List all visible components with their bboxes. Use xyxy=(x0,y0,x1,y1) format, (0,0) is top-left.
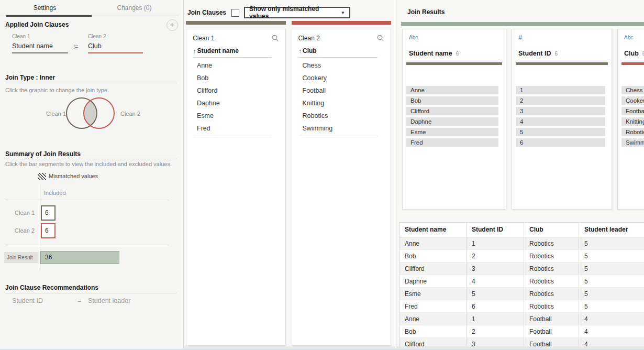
column-source-label: Clean 1 xyxy=(193,35,214,42)
table-cell: 5 xyxy=(579,300,644,312)
profile-value-bar[interactable]: 1 xyxy=(516,86,605,94)
profile-field-name[interactable]: Club xyxy=(624,50,639,57)
clause-value[interactable]: Bob xyxy=(186,72,285,84)
profile-value-bar[interactable]: Cookery xyxy=(621,96,644,105)
profile-field-row: Student ID6 xyxy=(518,48,605,58)
column-values: AnneBobCliffordDaphneEsmeFred xyxy=(186,58,285,136)
settings-tabbar: Settings Changes (0) xyxy=(0,0,179,16)
search-icon[interactable] xyxy=(271,34,279,42)
clause-right-source-label: Clean 2 xyxy=(88,34,106,39)
profile-value-bar[interactable]: Knitting xyxy=(621,117,644,126)
summary-bar-clean2[interactable]: 6 xyxy=(41,223,55,238)
column-values: ChessCookeryFootballKnittingRoboticsSwim… xyxy=(292,58,391,136)
profile-value-bar[interactable]: Bob xyxy=(406,96,498,105)
profile-value-bar[interactable]: 2 xyxy=(516,96,605,105)
settings-panel: Settings Changes (0) Applied Join Clause… xyxy=(0,0,184,350)
join-results-accent-bar xyxy=(401,22,644,26)
string-type-icon[interactable]: Abc xyxy=(409,35,499,41)
clause-value[interactable]: Daphne xyxy=(186,97,285,110)
mismatched-values-swatch xyxy=(38,173,46,180)
summary-hint: Click the bar segments to view the inclu… xyxy=(5,161,172,167)
column-field-header[interactable]: ↑Club xyxy=(292,43,391,57)
profile-card-club: AbcClub6ChessCookeryFootballKnittingRobo… xyxy=(617,29,644,210)
table-cell: 2 xyxy=(467,325,524,337)
table-row: Bob2Football4 xyxy=(399,325,644,338)
summary-bar-clean1[interactable]: 6 xyxy=(41,205,55,221)
clause-value[interactable]: Football xyxy=(292,84,391,97)
clause-value[interactable]: Chess xyxy=(292,59,391,72)
table-cell: Bob xyxy=(399,250,467,262)
clause-value[interactable]: Esme xyxy=(186,110,285,122)
profile-value-bar[interactable]: Swimming xyxy=(621,138,644,147)
profile-field-name[interactable]: Student ID xyxy=(518,50,551,57)
summary-bar-label-clean1: Clean 1 xyxy=(0,210,35,216)
column-card: Clean 1↑Student nameAnneBobCliffordDaphn… xyxy=(186,29,286,346)
table-cell: Robotics xyxy=(524,275,579,287)
profile-value-bar[interactable]: 3 xyxy=(516,107,605,115)
profile-value-bar[interactable]: Football xyxy=(621,107,644,115)
add-join-clause-button[interactable]: + xyxy=(166,19,178,31)
profile-value-bar[interactable]: Daphne xyxy=(406,117,498,126)
mismatched-filter-dropdown[interactable]: Show only mismatched values ▼ xyxy=(244,7,350,18)
table-cell: Robotics xyxy=(524,262,579,275)
table-cell: 4 xyxy=(579,313,644,325)
clause-value[interactable]: Cookery xyxy=(292,72,391,84)
profile-value-bar[interactable]: Robotics xyxy=(621,128,644,136)
clause-value[interactable]: Robotics xyxy=(292,110,391,122)
table-cell: Anne xyxy=(399,313,467,325)
table-row: Esme5Robotics5 xyxy=(399,288,644,300)
join-results-title: Join Results xyxy=(407,8,445,16)
clause-value[interactable]: Clifford xyxy=(186,84,285,97)
recommendation-right-field[interactable]: Student leader xyxy=(88,297,130,304)
summary-gridline xyxy=(5,245,169,245)
table-row: Bob2Robotics5 xyxy=(399,250,644,262)
clause-value[interactable]: Swimming xyxy=(292,122,391,135)
column-field-name: Student name xyxy=(197,47,239,54)
profile-value-bar[interactable]: Chess xyxy=(621,86,644,94)
clause-operator[interactable]: != xyxy=(73,43,78,50)
table-cell: Fred xyxy=(399,300,467,312)
clause-left-field[interactable]: Student name xyxy=(12,42,68,53)
summary-gridline xyxy=(5,200,169,200)
profile-field-name[interactable]: Student name xyxy=(409,50,452,57)
dropdown-selected-value: Show only mismatched values xyxy=(249,5,338,20)
included-axis-label: Included xyxy=(44,190,66,196)
profile-value-bar[interactable]: Anne xyxy=(406,86,498,94)
summary-title: Summary of Join Results xyxy=(5,150,81,158)
profile-accent-bar xyxy=(621,62,644,65)
tab-changes[interactable]: Changes (0) xyxy=(90,0,179,16)
profile-values: AnneBobCliffordDaphneEsmeFred xyxy=(409,86,499,147)
number-type-icon[interactable]: # xyxy=(518,35,605,41)
table-header-cell: Student name xyxy=(399,223,467,237)
profile-value-bar[interactable]: 4 xyxy=(516,117,605,126)
column-field-header[interactable]: ↑Student name xyxy=(186,43,285,57)
table-row: Clifford3Robotics5 xyxy=(399,262,644,275)
join-results-panel: Join Results AbcStudent name6AnneBobClif… xyxy=(396,0,644,350)
table-cell: 5 xyxy=(579,262,644,275)
clause-value[interactable]: Anne xyxy=(186,59,285,72)
table-row: Anne1Robotics5 xyxy=(399,237,644,250)
profile-value-bar[interactable]: Esme xyxy=(406,128,498,136)
profile-value-bar[interactable]: Clifford xyxy=(406,107,498,115)
table-cell: Daphne xyxy=(399,275,467,287)
join-result-bar[interactable]: 36 xyxy=(40,251,119,264)
profile-value-bar[interactable]: Fred xyxy=(406,138,498,147)
tab-settings[interactable]: Settings xyxy=(0,0,90,16)
table-cell: 5 xyxy=(579,288,644,300)
table-header-cell: Student leader xyxy=(579,223,644,237)
mismatched-only-checkbox[interactable] xyxy=(231,9,239,17)
clause-value[interactable]: Fred xyxy=(186,122,285,135)
profile-field-row: Student name6 xyxy=(409,48,499,58)
recommendation-left-field[interactable]: Student ID xyxy=(12,297,43,304)
clause-value[interactable]: Knitting xyxy=(292,97,391,110)
profile-value-bar[interactable]: 6 xyxy=(516,138,605,147)
table-cell: 4 xyxy=(579,325,644,337)
table-cell: Esme xyxy=(399,288,467,300)
profile-value-bar[interactable]: 5 xyxy=(516,128,605,136)
join-step-configuration: Settings Changes (0) Applied Join Clause… xyxy=(0,0,644,350)
clause-right-field[interactable]: Club xyxy=(88,42,143,53)
search-icon[interactable] xyxy=(376,34,384,42)
string-type-icon[interactable]: Abc xyxy=(624,35,644,41)
venn-right-label: Clean 2 xyxy=(120,111,140,117)
join-type-venn-diagram[interactable] xyxy=(65,96,116,130)
